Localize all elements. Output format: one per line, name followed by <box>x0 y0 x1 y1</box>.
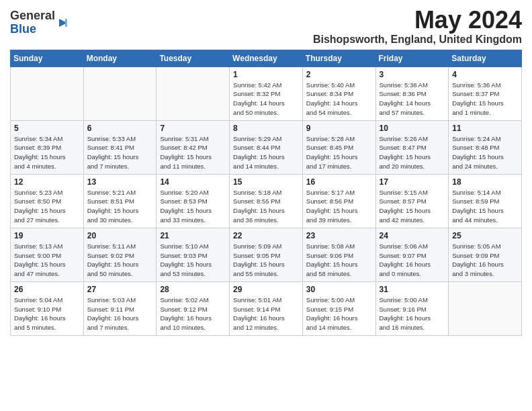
day-number: 6 <box>87 124 153 133</box>
day-number: 14 <box>160 177 226 187</box>
calendar-table: Sunday Monday Tuesday Wednesday Thursday… <box>10 50 522 336</box>
calendar-cell: 7Sunrise: 5:31 AMSunset: 8:42 PMDaylight… <box>157 120 230 174</box>
calendar-cell: 10Sunrise: 5:26 AMSunset: 8:47 PMDayligh… <box>375 120 449 174</box>
calendar-cell: 26Sunrise: 5:04 AMSunset: 9:10 PMDayligh… <box>11 281 84 335</box>
day-number: 3 <box>380 70 445 79</box>
logo-general: General <box>10 9 55 22</box>
calendar-cell: 6Sunrise: 5:33 AMSunset: 8:41 PMDaylight… <box>83 120 157 174</box>
col-monday: Monday <box>83 50 157 66</box>
day-info: Sunrise: 5:23 AMSunset: 8:50 PMDaylight:… <box>14 188 80 225</box>
calendar-cell: 5Sunrise: 5:34 AMSunset: 8:39 PMDaylight… <box>11 120 84 174</box>
logo-blue: Blue <box>10 22 36 36</box>
day-info: Sunrise: 5:08 AMSunset: 9:06 PMDaylight:… <box>306 242 372 279</box>
day-number: 20 <box>87 231 153 240</box>
calendar-cell: 20Sunrise: 5:11 AMSunset: 9:02 PMDayligh… <box>83 228 157 281</box>
calendar-cell: 8Sunrise: 5:29 AMSunset: 8:44 PMDaylight… <box>230 120 303 174</box>
day-info: Sunrise: 5:03 AMSunset: 9:11 PMDaylight:… <box>87 295 153 332</box>
svg-rect-1 <box>65 19 67 27</box>
day-info: Sunrise: 5:33 AMSunset: 8:41 PMDaylight:… <box>87 134 153 171</box>
day-number: 23 <box>306 231 372 240</box>
header-row: Sunday Monday Tuesday Wednesday Thursday… <box>11 50 522 66</box>
day-info: Sunrise: 5:38 AMSunset: 8:36 PMDaylight:… <box>380 81 445 118</box>
day-info: Sunrise: 5:10 AMSunset: 9:03 PMDaylight:… <box>160 242 226 279</box>
day-number: 5 <box>14 124 80 133</box>
day-number: 9 <box>306 124 372 133</box>
day-info: Sunrise: 5:26 AMSunset: 8:47 PMDaylight:… <box>380 134 445 171</box>
calendar-cell <box>11 66 84 120</box>
day-info: Sunrise: 5:11 AMSunset: 9:02 PMDaylight:… <box>87 242 153 279</box>
day-info: Sunrise: 5:13 AMSunset: 9:00 PMDaylight:… <box>14 242 80 279</box>
calendar-cell: 31Sunrise: 5:00 AMSunset: 9:16 PMDayligh… <box>375 281 449 335</box>
day-info: Sunrise: 5:42 AMSunset: 8:32 PMDaylight:… <box>233 81 299 118</box>
location-title: Bishopsworth, England, United Kingdom <box>313 34 522 46</box>
calendar-cell: 12Sunrise: 5:23 AMSunset: 8:50 PMDayligh… <box>11 174 84 228</box>
col-wednesday: Wednesday <box>230 50 303 66</box>
calendar-cell: 2Sunrise: 5:40 AMSunset: 8:34 PMDaylight… <box>302 66 375 120</box>
day-info: Sunrise: 5:24 AMSunset: 8:48 PMDaylight:… <box>452 134 518 171</box>
calendar-cell <box>157 66 230 120</box>
day-info: Sunrise: 5:21 AMSunset: 8:51 PMDaylight:… <box>87 188 153 225</box>
day-info: Sunrise: 5:20 AMSunset: 8:53 PMDaylight:… <box>160 188 226 225</box>
day-number: 25 <box>452 231 518 240</box>
month-title: May 2024 <box>313 7 522 34</box>
day-info: Sunrise: 5:00 AMSunset: 9:16 PMDaylight:… <box>380 295 445 332</box>
logo-text: General Blue <box>10 9 55 36</box>
day-number: 15 <box>233 177 299 187</box>
day-number: 7 <box>160 124 226 133</box>
day-info: Sunrise: 5:40 AMSunset: 8:34 PMDaylight:… <box>306 81 372 118</box>
calendar-cell <box>83 66 157 120</box>
week-row-2: 5Sunrise: 5:34 AMSunset: 8:39 PMDaylight… <box>11 120 522 174</box>
day-info: Sunrise: 5:34 AMSunset: 8:39 PMDaylight:… <box>14 134 80 171</box>
day-number: 27 <box>87 285 153 294</box>
day-info: Sunrise: 5:31 AMSunset: 8:42 PMDaylight:… <box>160 134 226 171</box>
calendar-cell: 1Sunrise: 5:42 AMSunset: 8:32 PMDaylight… <box>230 66 303 120</box>
day-info: Sunrise: 5:00 AMSunset: 9:15 PMDaylight:… <box>306 295 372 332</box>
calendar-cell: 29Sunrise: 5:01 AMSunset: 9:14 PMDayligh… <box>230 281 303 335</box>
week-row-1: 1Sunrise: 5:42 AMSunset: 8:32 PMDaylight… <box>11 66 522 120</box>
calendar-cell: 28Sunrise: 5:02 AMSunset: 9:12 PMDayligh… <box>157 281 230 335</box>
day-number: 18 <box>452 177 518 187</box>
day-info: Sunrise: 5:28 AMSunset: 8:45 PMDaylight:… <box>306 134 372 171</box>
calendar-cell: 23Sunrise: 5:08 AMSunset: 9:06 PMDayligh… <box>302 228 375 281</box>
day-info: Sunrise: 5:29 AMSunset: 8:44 PMDaylight:… <box>233 134 299 171</box>
calendar-cell: 21Sunrise: 5:10 AMSunset: 9:03 PMDayligh… <box>157 228 230 281</box>
day-info: Sunrise: 5:06 AMSunset: 9:07 PMDaylight:… <box>380 242 445 279</box>
title-block: May 2024 Bishopsworth, England, United K… <box>313 7 522 46</box>
col-sunday: Sunday <box>11 50 84 66</box>
calendar-cell: 3Sunrise: 5:38 AMSunset: 8:36 PMDaylight… <box>375 66 449 120</box>
calendar-cell: 13Sunrise: 5:21 AMSunset: 8:51 PMDayligh… <box>83 174 157 228</box>
day-number: 1 <box>233 70 299 79</box>
day-number: 24 <box>380 231 445 240</box>
calendar-cell: 17Sunrise: 5:15 AMSunset: 8:57 PMDayligh… <box>375 174 449 228</box>
logo: General Blue <box>10 9 70 36</box>
calendar-cell: 19Sunrise: 5:13 AMSunset: 9:00 PMDayligh… <box>11 228 84 281</box>
day-number: 10 <box>380 124 445 133</box>
calendar-cell: 22Sunrise: 5:09 AMSunset: 9:05 PMDayligh… <box>230 228 303 281</box>
week-row-4: 19Sunrise: 5:13 AMSunset: 9:00 PMDayligh… <box>11 228 522 281</box>
day-number: 21 <box>160 231 226 240</box>
day-number: 12 <box>14 177 80 187</box>
day-info: Sunrise: 5:17 AMSunset: 8:56 PMDaylight:… <box>306 188 372 225</box>
day-info: Sunrise: 5:18 AMSunset: 8:55 PMDaylight:… <box>233 188 299 225</box>
day-info: Sunrise: 5:05 AMSunset: 9:09 PMDaylight:… <box>452 242 518 279</box>
day-number: 13 <box>87 177 153 187</box>
day-info: Sunrise: 5:02 AMSunset: 9:12 PMDaylight:… <box>160 295 226 332</box>
day-number: 26 <box>14 285 80 294</box>
header: General Blue May 2024 Bishopsworth, Engl… <box>10 7 522 46</box>
col-thursday: Thursday <box>302 50 375 66</box>
calendar-cell: 27Sunrise: 5:03 AMSunset: 9:11 PMDayligh… <box>83 281 157 335</box>
page: General Blue May 2024 Bishopsworth, Engl… <box>0 0 532 342</box>
day-number: 28 <box>160 285 226 294</box>
day-number: 31 <box>380 285 445 294</box>
calendar-cell: 18Sunrise: 5:14 AMSunset: 8:59 PMDayligh… <box>449 174 522 228</box>
calendar-cell <box>449 281 522 335</box>
col-saturday: Saturday <box>449 50 522 66</box>
col-friday: Friday <box>375 50 449 66</box>
calendar-cell: 14Sunrise: 5:20 AMSunset: 8:53 PMDayligh… <box>157 174 230 228</box>
calendar-cell: 11Sunrise: 5:24 AMSunset: 8:48 PMDayligh… <box>449 120 522 174</box>
day-info: Sunrise: 5:04 AMSunset: 9:10 PMDaylight:… <box>14 295 80 332</box>
day-info: Sunrise: 5:36 AMSunset: 8:37 PMDaylight:… <box>452 81 518 118</box>
day-info: Sunrise: 5:09 AMSunset: 9:05 PMDaylight:… <box>233 242 299 279</box>
calendar-cell: 15Sunrise: 5:18 AMSunset: 8:55 PMDayligh… <box>230 174 303 228</box>
day-number: 2 <box>306 70 372 79</box>
